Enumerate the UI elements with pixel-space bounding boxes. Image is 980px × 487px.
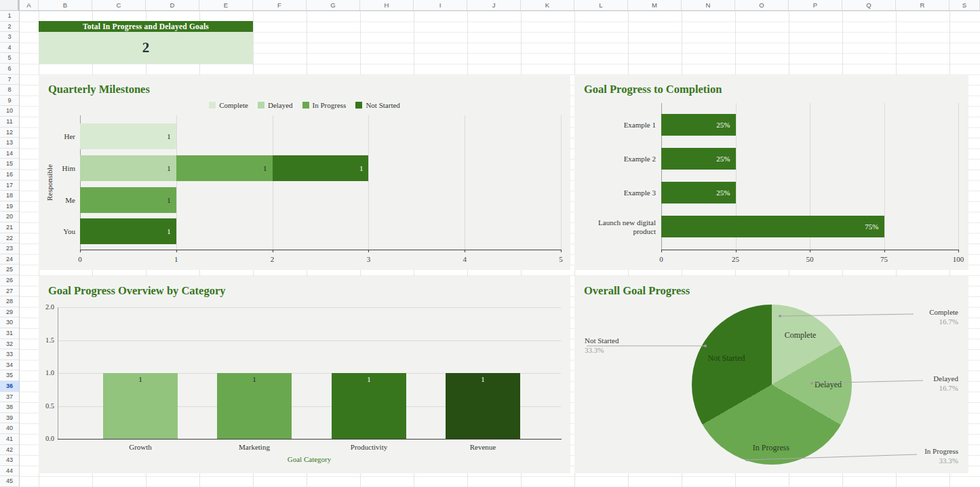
legend-item[interactable]: Delayed [258, 101, 293, 109]
bar-segment[interactable]: 1 [80, 123, 176, 149]
column-header-k[interactable]: K [521, 0, 574, 10]
column-header-q[interactable]: Q [842, 0, 896, 10]
legend-item[interactable]: In Progress [302, 101, 347, 109]
row-header-26[interactable]: 26 [0, 275, 19, 286]
row-header-30[interactable]: 30 [0, 317, 19, 328]
chart-goal-progress-overview-by-category[interactable]: Goal Progress Overview by Category 0.00.… [39, 276, 570, 473]
column-header-j[interactable]: J [467, 0, 521, 10]
row-header-35[interactable]: 35 [0, 370, 19, 381]
row-header-12[interactable]: 12 [0, 128, 19, 138]
column-header-m[interactable]: M [628, 0, 682, 10]
row-header-24[interactable]: 24 [0, 254, 19, 265]
bar[interactable]: 75% [661, 216, 884, 237]
row-header-28[interactable]: 28 [0, 296, 19, 307]
x-tick-label: 0 [651, 255, 671, 263]
bar[interactable]: 25% [661, 114, 736, 136]
row-header-38[interactable]: 38 [0, 402, 19, 413]
bar[interactable]: 1 [217, 373, 292, 439]
legend-item[interactable]: Complete [209, 101, 248, 109]
bar[interactable]: 1 [103, 373, 178, 439]
column-header-d[interactable]: D [146, 0, 199, 10]
bar-segment[interactable]: 1 [273, 155, 369, 181]
legend-item[interactable]: Not Started [355, 101, 399, 109]
row-header-19[interactable]: 19 [0, 201, 19, 212]
row-header-32[interactable]: 32 [0, 339, 19, 350]
bar[interactable]: 25% [661, 148, 736, 170]
bar-segment[interactable]: 1 [80, 218, 176, 244]
y-tick-label: 2.0 [39, 303, 54, 311]
column-header-g[interactable]: G [307, 0, 360, 10]
column-header-s[interactable]: S [949, 0, 980, 10]
row-header-41[interactable]: 41 [0, 434, 19, 445]
bar[interactable]: 25% [661, 182, 736, 203]
row-header-22[interactable]: 22 [0, 233, 19, 244]
column-header-o[interactable]: O [735, 0, 789, 10]
gridline [273, 115, 273, 250]
x-tick-label: 2 [262, 255, 283, 263]
bar-value-label: 25% [716, 189, 735, 197]
row-header-11[interactable]: 11 [0, 117, 19, 128]
row-header-5[interactable]: 5 [0, 53, 19, 64]
chart-goal-progress-to-completion[interactable]: Goal Progress to Completion 0255075100Ex… [574, 75, 968, 270]
row-header-34[interactable]: 34 [0, 360, 19, 371]
chart-quarterly-milestones[interactable]: Quarterly Milestones CompleteDelayedIn P… [39, 75, 570, 270]
column-header-f[interactable]: F [253, 0, 307, 10]
column-header-l[interactable]: L [574, 0, 628, 10]
category-label: Example 3 [585, 189, 656, 197]
bar-segment[interactable]: 1 [80, 155, 176, 181]
row-header-18[interactable]: 18 [0, 191, 19, 201]
column-header-e[interactable]: E [199, 0, 253, 10]
row-header-37[interactable]: 37 [0, 392, 19, 403]
y-axis-line [58, 307, 58, 439]
bar-segment[interactable]: 1 [80, 187, 176, 213]
row-header-8[interactable]: 8 [0, 85, 19, 96]
row-header-45[interactable]: 45 [0, 476, 19, 487]
row-header-3[interactable]: 3 [0, 32, 19, 43]
row-header-17[interactable]: 17 [0, 180, 19, 191]
row-header-15[interactable]: 15 [0, 159, 19, 170]
row-header-14[interactable]: 14 [0, 149, 19, 159]
row-header-44[interactable]: 44 [0, 466, 19, 477]
row-header-31[interactable]: 31 [0, 328, 19, 339]
row-header-7[interactable]: 7 [0, 75, 19, 85]
row-header-9[interactable]: 9 [0, 96, 19, 106]
x-tick-label: 75 [874, 255, 895, 263]
column-header-h[interactable]: H [360, 0, 414, 10]
bar[interactable]: 1 [446, 373, 520, 439]
chart-overall-goal-progress[interactable]: Overall Goal Progress CompleteDelayedIn … [574, 276, 968, 473]
bar-segment[interactable]: 1 [176, 155, 273, 181]
column-header-r[interactable]: R [896, 0, 949, 10]
column-header-i[interactable]: I [414, 0, 467, 10]
row-header-25[interactable]: 25 [0, 265, 19, 275]
row-header-33[interactable]: 33 [0, 349, 19, 360]
pie-slice-label: Delayed [815, 380, 842, 390]
bar[interactable]: 1 [332, 373, 406, 439]
row-header-10[interactable]: 10 [0, 106, 19, 117]
row-header-27[interactable]: 27 [0, 286, 19, 297]
kpi-card[interactable]: Total In Progress and Delayed Goals 2 [39, 21, 253, 64]
column-header-p[interactable]: P [789, 0, 842, 10]
row-header-39[interactable]: 39 [0, 413, 19, 424]
row-header-21[interactable]: 21 [0, 222, 19, 233]
pie-callout-label: Delayed16.7% [933, 374, 958, 392]
y-axis-title: Responsible [45, 115, 55, 250]
column-header-n[interactable]: N [682, 0, 735, 10]
select-all-corner[interactable] [0, 0, 20, 11]
column-header-c[interactable]: C [92, 0, 146, 10]
row-header-13[interactable]: 13 [0, 138, 19, 149]
row-header-43[interactable]: 43 [0, 455, 19, 466]
row-header-6[interactable]: 6 [0, 64, 19, 75]
column-headers: ABCDEFGHIJKLMNOPQRS [0, 0, 980, 11]
row-header-42[interactable]: 42 [0, 445, 19, 456]
row-header-16[interactable]: 16 [0, 170, 19, 180]
row-header-29[interactable]: 29 [0, 307, 19, 318]
column-header-a[interactable]: A [20, 0, 39, 10]
row-header-4[interactable]: 4 [0, 43, 19, 54]
row-header-20[interactable]: 20 [0, 212, 19, 222]
row-header-2[interactable]: 2 [0, 22, 19, 33]
row-header-1[interactable]: 1 [0, 11, 19, 22]
row-header-23[interactable]: 23 [0, 244, 19, 254]
column-header-b[interactable]: B [39, 0, 92, 10]
row-header-40[interactable]: 40 [0, 423, 19, 434]
row-header-36[interactable]: 36 [0, 381, 19, 392]
